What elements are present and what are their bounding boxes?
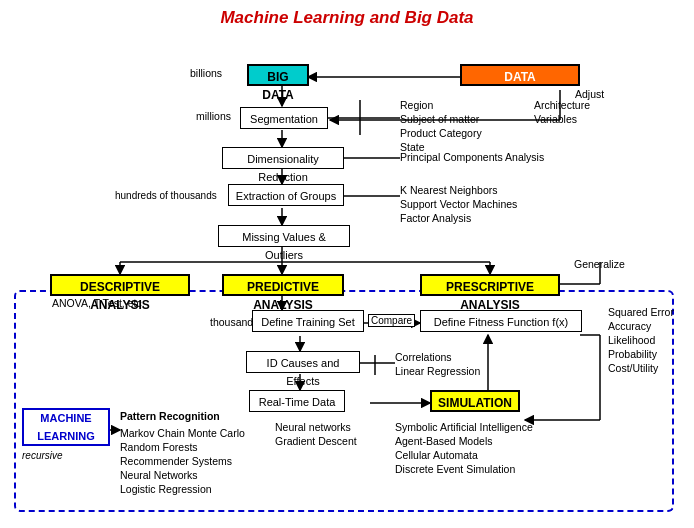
- billions-label: billions: [190, 67, 222, 79]
- generalize-label: Generalize: [574, 258, 625, 270]
- region-label: Region Subject of matter Product Categor…: [400, 98, 482, 154]
- diagram-container: Machine Learning and Big Data: [0, 0, 694, 528]
- predictive-box: PREDICTIVE ANALYSIS: [222, 274, 344, 296]
- correlations-label: Correlations Linear Regression: [395, 350, 480, 378]
- page-title: Machine Learning and Big Data: [8, 8, 686, 28]
- big-data-box: BIG DATA: [247, 64, 309, 86]
- id-causes-box: ID Causes and Effects: [246, 351, 360, 373]
- millions-label: millions: [196, 110, 231, 122]
- knn-label: K Nearest Neighbors Support Vector Machi…: [400, 183, 517, 225]
- anova-label: ANOVA, T Test, etc.: [52, 297, 145, 309]
- missing-values-box: Missing Values & Outliers: [218, 225, 350, 247]
- pca-label: Principal Components Analysis: [400, 151, 544, 163]
- pattern-recog-label: Pattern Recognition: [120, 410, 220, 422]
- segmentation-box: Segmentation: [240, 107, 328, 129]
- squared-error-label: Squared Error Accuracy Likelihood Probab…: [608, 305, 674, 375]
- neural-label: Neural networks Gradient Descent: [275, 420, 357, 448]
- recursive-label: recursive: [22, 450, 63, 461]
- markov-label: Markov Chain Monte Carlo Random Forests …: [120, 426, 245, 496]
- architecture-label: Architecture Variables: [534, 98, 590, 126]
- hundreds-thousands-label: hundreds of thousands: [115, 190, 217, 201]
- data-warehouse-box: DATA WAREHOUSE: [460, 64, 580, 86]
- define-fitness-box: Define Fitness Function f(x): [420, 310, 582, 332]
- extraction-box: Extraction of Groups: [228, 184, 344, 206]
- prescriptive-box: PRESCRIPTIVE ANALYSIS: [420, 274, 560, 296]
- real-time-box: Real-Time Data: [249, 390, 345, 412]
- machine-learning-box: MACHINE LEARNING: [22, 408, 110, 446]
- simulation-box: SIMULATION: [430, 390, 520, 412]
- dim-reduction-box: Dimensionality Reduction: [222, 147, 344, 169]
- descriptive-box: DESCRIPTIVE ANALYSIS: [50, 274, 190, 296]
- symbolic-label: Symbolic Artificial Intelligence Agent-B…: [395, 420, 533, 476]
- compare-label: Compare: [368, 314, 415, 327]
- define-training-box: Define Training Set: [252, 310, 364, 332]
